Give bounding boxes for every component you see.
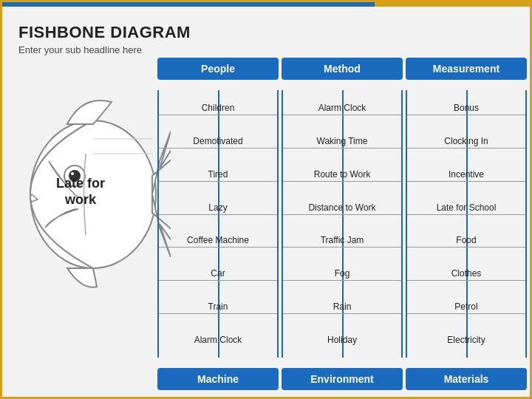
list-item: Fog: [283, 267, 401, 281]
header-method: Method: [282, 58, 403, 80]
svg-point-3: [71, 172, 74, 175]
category-footers: Machine Environment Materials: [157, 368, 527, 390]
list-item: Train: [159, 300, 277, 314]
list-item: Demotivated: [159, 134, 277, 149]
list-item: Bonus: [407, 101, 525, 115]
footer-materials: Materials: [406, 368, 527, 390]
header-people: People: [157, 58, 279, 80]
header-measurement: Measurement: [406, 58, 527, 80]
items-area: Children Demotivated Tired Lazy Coffee M…: [157, 90, 527, 358]
list-item: Coffee Machine: [159, 233, 277, 248]
top-bar: [2, 2, 532, 7]
list-item: Food: [407, 233, 525, 248]
fish-label: Late for work: [44, 176, 117, 208]
list-item: Alarm Clock: [159, 333, 277, 347]
footer-environment: Environment: [282, 368, 403, 390]
list-item: Clothes: [407, 267, 525, 281]
list-item: Car: [159, 267, 277, 281]
list-item: Waking Time: [283, 134, 401, 149]
list-item: Petrol: [407, 300, 525, 314]
col-measurement: Bonus Clocking In Incentive Late for Sch…: [406, 90, 527, 358]
list-item: Incentive: [407, 168, 525, 182]
fish-illustration: Late for work: [16, 80, 171, 301]
list-item: Late for School: [407, 201, 525, 215]
list-item: Electricity: [407, 333, 525, 347]
list-item: Route to Work: [283, 168, 401, 182]
list-item: Clocking In: [407, 134, 525, 149]
col-method: Alarm Clock Waking Time Route to Work Di…: [282, 90, 403, 358]
diagram-title: FISHBONE DIAGRAM: [18, 23, 518, 42]
grid-container: People Method Measurement Children Demot…: [157, 58, 527, 390]
slide: FISHBONE DIAGRAM Enter your sub headline…: [2, 2, 532, 399]
list-item: Holiday: [283, 333, 401, 347]
category-headers: People Method Measurement: [157, 58, 527, 80]
list-item: Distance to Work: [283, 201, 401, 215]
list-item: Children: [159, 101, 277, 115]
list-item: Traffic Jam: [283, 233, 401, 248]
footer-machine: Machine: [157, 368, 279, 390]
list-item: Tired: [159, 168, 277, 182]
list-item: Alarm Clock: [283, 101, 401, 115]
diagram-area: Late for work People Method Measurement …: [10, 58, 527, 390]
diagram-subtitle: Enter your sub headline here: [18, 44, 518, 55]
list-item: Lazy: [159, 201, 277, 215]
list-item: Rain: [283, 300, 401, 314]
col-people: Children Demotivated Tired Lazy Coffee M…: [157, 90, 279, 358]
